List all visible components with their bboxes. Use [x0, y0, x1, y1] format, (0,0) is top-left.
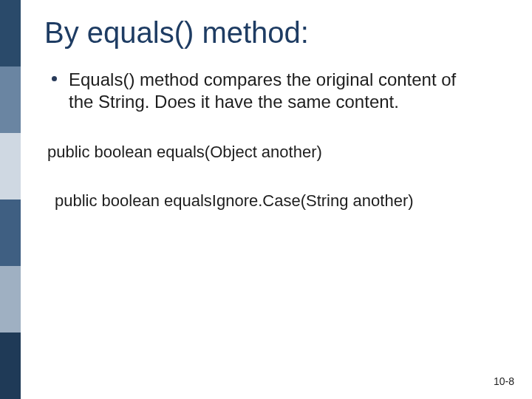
- slide-content: By equals() method: Equals() method comp…: [44, 16, 502, 384]
- code-line-2: public boolean equalsIgnore.Case(String …: [55, 191, 502, 211]
- code-line-1: public boolean equals(Object another): [47, 143, 502, 162]
- decorative-side-strip: [0, 0, 21, 399]
- page-number: 10-8: [494, 375, 514, 387]
- bullet-text: Equals() method compares the original co…: [69, 69, 482, 113]
- bullet-item: Equals() method compares the original co…: [52, 69, 502, 113]
- slide-title: By equals() method:: [44, 16, 502, 50]
- bullet-dot-icon: [52, 76, 57, 81]
